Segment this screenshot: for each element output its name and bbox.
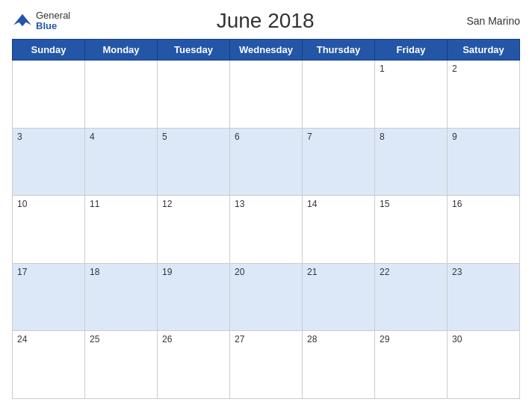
calendar-cell: 21	[303, 263, 375, 331]
day-number: 13	[235, 199, 244, 209]
calendar-cell: 17	[13, 263, 85, 331]
weekday-header-row: Sunday Monday Tuesday Wednesday Thursday…	[13, 40, 520, 61]
calendar-cell: 5	[158, 128, 230, 196]
week-row-2: 3456789	[13, 128, 520, 196]
logo-general: General	[36, 10, 70, 21]
day-number: 30	[452, 334, 462, 344]
calendar-cell: 9	[448, 128, 520, 196]
day-number: 25	[90, 334, 99, 344]
day-number: 15	[380, 199, 389, 209]
calendar-cell: 14	[303, 196, 375, 264]
logo-bird-icon	[12, 13, 33, 29]
day-number: 28	[307, 334, 317, 344]
week-row-4: 17181920212223	[13, 263, 520, 331]
day-number: 10	[17, 199, 27, 209]
calendar-cell: 1	[375, 61, 448, 129]
logo-blue: Blue	[36, 21, 70, 31]
week-row-5: 24252627282930	[13, 331, 520, 399]
header-sunday: Sunday	[13, 40, 85, 61]
calendar-cell: 8	[375, 128, 448, 196]
week-row-3: 10111213141516	[13, 196, 520, 264]
calendar-cell: 16	[448, 196, 520, 264]
calendar-cell: 22	[375, 263, 448, 331]
day-number: 1	[380, 64, 385, 74]
calendar-cell: 11	[85, 196, 158, 264]
day-number: 8	[380, 132, 385, 142]
week-row-1: 12	[13, 61, 520, 129]
calendar-cell: 29	[375, 331, 448, 399]
day-number: 17	[17, 267, 27, 277]
calendar-cell	[303, 61, 375, 129]
day-number: 18	[90, 267, 99, 277]
calendar-cell	[13, 61, 85, 129]
day-number: 2	[452, 64, 457, 74]
day-number: 22	[380, 267, 389, 277]
calendar-cell: 12	[158, 196, 230, 264]
calendar-body: 1234567891011121314151617181920212223242…	[13, 61, 520, 399]
calendar-cell: 18	[85, 263, 158, 331]
calendar-cell	[85, 61, 158, 129]
day-number: 4	[90, 132, 95, 142]
header-saturday: Saturday	[448, 40, 520, 61]
calendar-title: June 2018	[70, 9, 460, 33]
day-number: 11	[90, 199, 99, 209]
day-number: 5	[162, 132, 167, 142]
day-number: 20	[235, 267, 244, 277]
header-wednesday: Wednesday	[230, 40, 303, 61]
calendar-cell: 2	[448, 61, 520, 129]
calendar-cell: 24	[13, 331, 85, 399]
day-number: 9	[452, 132, 457, 142]
svg-marker-0	[13, 14, 31, 27]
header-monday: Monday	[85, 40, 158, 61]
day-number: 26	[162, 334, 172, 344]
day-number: 16	[452, 199, 462, 209]
calendar-cell: 30	[448, 331, 520, 399]
day-number: 12	[162, 199, 172, 209]
logo-text: General Blue	[36, 10, 70, 32]
day-number: 29	[380, 334, 389, 344]
calendar-cell: 19	[158, 263, 230, 331]
calendar-cell: 3	[13, 128, 85, 196]
calendar-cell: 10	[13, 196, 85, 264]
calendar-cell: 23	[448, 263, 520, 331]
day-number: 24	[17, 334, 27, 344]
header-friday: Friday	[375, 40, 448, 61]
calendar-cell	[158, 61, 230, 129]
calendar-cell: 4	[85, 128, 158, 196]
header-thursday: Thursday	[303, 40, 375, 61]
country-label: San Marino	[460, 15, 520, 27]
calendar-table: Sunday Monday Tuesday Wednesday Thursday…	[12, 39, 520, 399]
logo: General Blue	[12, 10, 70, 32]
day-number: 21	[307, 267, 317, 277]
calendar-cell: 13	[230, 196, 303, 264]
day-number: 19	[162, 267, 172, 277]
day-number: 7	[307, 132, 312, 142]
calendar-cell: 7	[303, 128, 375, 196]
day-number: 3	[17, 132, 22, 142]
calendar-cell: 27	[230, 331, 303, 399]
calendar-header: General Blue June 2018 San Marino	[12, 9, 520, 33]
calendar-cell: 28	[303, 331, 375, 399]
calendar-cell	[230, 61, 303, 129]
calendar-cell: 20	[230, 263, 303, 331]
calendar-cell: 25	[85, 331, 158, 399]
day-number: 14	[307, 199, 317, 209]
day-number: 27	[235, 334, 244, 344]
day-number: 23	[452, 267, 462, 277]
day-number: 6	[235, 132, 240, 142]
header-tuesday: Tuesday	[158, 40, 230, 61]
calendar-cell: 15	[375, 196, 448, 264]
calendar-cell: 26	[158, 331, 230, 399]
calendar-cell: 6	[230, 128, 303, 196]
